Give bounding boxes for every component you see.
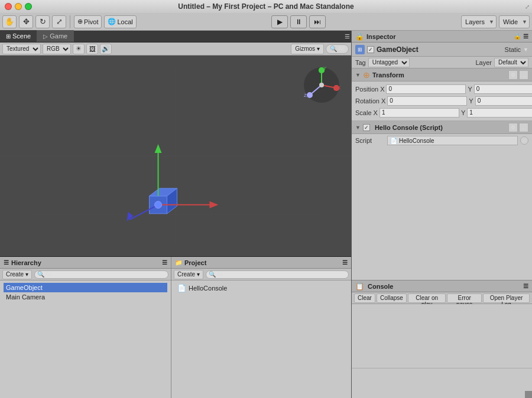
project-create-button[interactable]: Create ▾	[174, 270, 203, 279]
console-header: 📋 Console ☰	[352, 280, 532, 292]
inspector-content: ⊞ GameObject Static ▼ Tag Untagged Layer…	[352, 43, 532, 280]
window-buttons	[5, 3, 32, 10]
scene-panel-menu[interactable]: ☰	[343, 30, 351, 42]
local-button[interactable]: 🌐 Local	[104, 15, 136, 28]
rot-x-label: X	[381, 97, 385, 105]
tab-game[interactable]: ▷ Game	[37, 30, 74, 42]
console-error-pause-button[interactable]: Error pause	[447, 293, 482, 303]
hierarchy-search[interactable]: 🔍 All	[34, 270, 168, 279]
console-toolbar: Clear Collapse Clear on play Error pause…	[352, 292, 532, 304]
resize-icon: ⤢	[525, 4, 530, 10]
gizmos-button[interactable]: Gizmos ▾	[291, 44, 324, 54]
tab-scene[interactable]: ⊞ Scene	[0, 30, 37, 42]
scene-toolbar: Textured RGB ☀ 🖼 🔊 Gizmos ▾ 🔍 All	[0, 43, 351, 56]
textured-select[interactable]: Textured	[2, 44, 41, 54]
svg-text:Z: Z	[304, 93, 307, 98]
pos-x-input[interactable]	[386, 84, 466, 94]
script-component-header[interactable]: ▼ Hello Console (Script) ⚙ …	[352, 121, 532, 134]
scale-label: Scale	[355, 109, 372, 116]
script-collapse-arrow: ▼	[355, 125, 361, 131]
textured-dropdown-wrap: Textured	[2, 44, 41, 54]
gameobject-name[interactable]: GameObject	[377, 45, 502, 54]
scene-search[interactable]: 🔍 All	[326, 44, 349, 54]
rgb-select[interactable]: RGB	[43, 44, 71, 54]
right-panel: 🔒 Inspector 🔒 ☰ ⊞ GameObject Static ▼ Ta…	[352, 31, 532, 398]
move-tool-button[interactable]: ✥	[19, 15, 33, 28]
static-dropdown-arrow[interactable]: ▼	[523, 47, 528, 53]
scale-tool-button[interactable]: ⤢	[52, 15, 66, 28]
console-icon: 📋	[355, 282, 364, 291]
sun-icon-button[interactable]: ☀	[73, 44, 85, 54]
layers-dropdown-wrap: Layers ▼	[461, 15, 497, 28]
scale-x-input[interactable]	[379, 108, 459, 118]
left-panel: ⊞ Scene ▷ Game ☰ Textured RGB	[0, 31, 352, 398]
transform-component-icon: ⊕	[363, 70, 370, 80]
main-area: ⊞ Scene ▷ Game ☰ Textured RGB	[0, 31, 532, 398]
bottom-panels: ☰ Hierarchy ☰ Create ▾ 🔍 All GameObject	[0, 256, 351, 398]
audio-icon-button[interactable]: 🔊	[100, 44, 112, 54]
script-reference[interactable]: 📄 HelloConsole	[387, 136, 518, 145]
svg-point-32	[333, 85, 339, 91]
layer-select[interactable]: Default	[494, 58, 528, 67]
console-detail-area	[352, 368, 532, 398]
scale-y-label: Y	[461, 109, 465, 116]
rotate-tool-button[interactable]: ↻	[35, 15, 50, 28]
game-tab-icon: ▷	[43, 33, 48, 40]
layers-dropdown[interactable]: Layers	[461, 15, 497, 28]
3d-viewport[interactable]: Y X Z	[0, 56, 351, 256]
inspector-lock-button[interactable]: 🔒	[514, 33, 521, 40]
hierarchy-toolbar: Create ▾ 🔍 All	[0, 269, 171, 280]
titlebar: Untitled – My First Project – PC and Mac…	[0, 0, 532, 13]
image-icon-button[interactable]: 🖼	[86, 44, 98, 54]
scale-y-input[interactable]	[467, 108, 532, 118]
script-row: Script 📄 HelloConsole ○	[352, 134, 532, 147]
hierarchy-create-button[interactable]: Create ▾	[2, 270, 32, 279]
hierarchy-header: ☰ Hierarchy ☰	[0, 257, 171, 269]
pause-button[interactable]: ⏸	[290, 15, 307, 28]
console-panel-menu[interactable]: ☰	[523, 283, 528, 289]
maximize-button[interactable]	[25, 3, 32, 10]
svg-point-19	[155, 201, 162, 208]
gameobject-active-checkbox[interactable]	[367, 46, 374, 53]
transform-component-buttons: ⚙ …	[508, 70, 528, 80]
scene-svg	[0, 56, 351, 256]
transform-collapse-arrow: ▼	[355, 72, 361, 78]
transform-settings-button[interactable]: ⚙	[508, 70, 518, 80]
console-clear-on-play-button[interactable]: Clear on play	[408, 293, 446, 303]
hierarchy-item-gameobject[interactable]: GameObject	[4, 283, 167, 292]
console-clear-button[interactable]: Clear	[354, 293, 375, 303]
hierarchy-item-maincamera[interactable]: Main Camera	[4, 292, 167, 302]
gameobject-icon: ⊞	[355, 45, 365, 54]
script-more-button[interactable]: …	[519, 123, 528, 132]
console-open-player-log-button[interactable]: Open Player Log	[483, 293, 530, 303]
rot-x-input[interactable]	[387, 96, 467, 106]
tag-select[interactable]: Untagged	[368, 58, 410, 67]
project-panel-menu[interactable]: ☰	[342, 259, 348, 266]
hierarchy-panel: ☰ Hierarchy ☰ Create ▾ 🔍 All GameObject	[0, 257, 171, 398]
position-row: Position X Y Z	[355, 83, 528, 94]
project-search[interactable]: 🔍 All	[206, 270, 349, 279]
script-settings-button[interactable]: ⚙	[508, 123, 518, 132]
step-button[interactable]: ⏭	[309, 15, 326, 28]
project-panel: 📁 Project ☰ Create ▾ 🔍 All �	[171, 257, 351, 398]
project-item-helloconsole[interactable]: 📄 HelloConsole	[175, 283, 348, 293]
script-ref-name: HelloConsole	[399, 138, 434, 144]
wide-dropdown[interactable]: Wide	[499, 15, 530, 28]
script-pick-button[interactable]: ○	[520, 136, 528, 145]
play-button[interactable]: ▶	[271, 15, 288, 28]
console-panel: 📋 Console ☰ Clear Collapse Clear on play…	[352, 280, 532, 398]
hierarchy-panel-menu[interactable]: ☰	[162, 259, 167, 266]
hand-tool-button[interactable]: ✋	[2, 15, 17, 28]
transform-component-header[interactable]: ▼ ⊕ Transform ⚙ …	[352, 68, 532, 81]
script-active-checkbox[interactable]	[363, 124, 370, 131]
svg-point-28	[307, 92, 313, 98]
pos-y-input[interactable]	[474, 84, 532, 94]
minimize-button[interactable]	[15, 3, 22, 10]
rot-y-input[interactable]	[475, 96, 532, 106]
transform-more-button[interactable]: …	[519, 70, 528, 80]
resize-handle[interactable]	[525, 391, 532, 398]
close-button[interactable]	[5, 3, 12, 10]
inspector-panel-menu[interactable]: ☰	[523, 33, 528, 40]
pivot-button[interactable]: ⊕ Pivot	[74, 15, 102, 28]
console-collapse-button[interactable]: Collapse	[377, 293, 407, 303]
